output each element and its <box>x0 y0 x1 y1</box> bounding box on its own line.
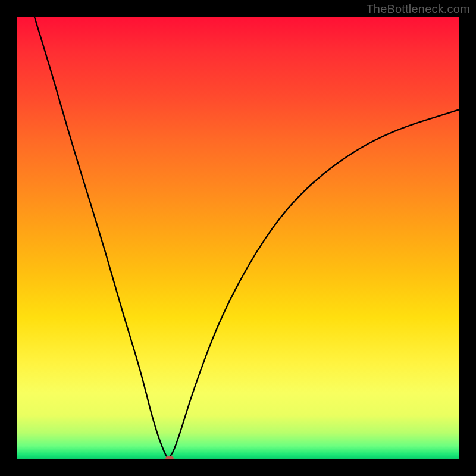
bottleneck-curve <box>17 17 459 459</box>
chart-frame: TheBottleneck.com <box>0 0 476 476</box>
plot-area <box>17 17 459 459</box>
watermark-text: TheBottleneck.com <box>366 2 470 16</box>
minimum-marker <box>165 456 174 460</box>
